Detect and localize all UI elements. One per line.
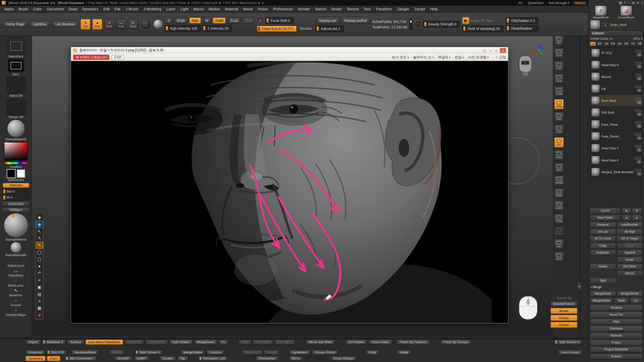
menu-item[interactable]: Marker <box>206 7 222 11</box>
subtool-slider[interactable] <box>635 147 641 148</box>
groups-button[interactable]: Groups <box>550 315 578 321</box>
simple-brush-item[interactable]: S SimpleBrush <box>590 5 612 19</box>
color-picker-cursor[interactable] <box>5 143 7 145</box>
dynamic-toggle[interactable]: Dynamic <box>298 26 314 31</box>
palette-icon[interactable]: ≡ <box>641 1 643 5</box>
quicksave-button[interactable]: QuickSave <box>527 1 545 5</box>
subtool-row[interactable]: Scan Skull <box>590 95 642 107</box>
subtool-row[interactable]: Merged_Skull-decimation2_5 <box>590 166 642 178</box>
bottom-shelf-button[interactable]: Geometry <box>25 356 46 361</box>
bottom-shelf-button[interactable]: BackfaceMask <box>72 350 99 355</box>
subtool-slider[interactable] <box>635 145 641 146</box>
tool-panel-button[interactable]: New Folder <box>590 215 621 221</box>
visibility-eye-icon[interactable] <box>637 113 641 115</box>
tool-panel-button[interactable]: Merge <box>590 284 643 290</box>
slider-thumb[interactable] <box>424 22 426 26</box>
points-vertical-slider[interactable] <box>409 18 412 30</box>
tool-panel-button[interactable]: Extract <box>590 353 643 359</box>
tool-panel-button[interactable]: Split <box>590 278 616 284</box>
slider-thumb[interactable] <box>266 18 268 22</box>
palette-icon[interactable]: ▦ <box>619 1 622 5</box>
bottom-shelf-button[interactable]: Polish By Features <box>396 339 430 345</box>
tool-panel-button[interactable]: Append <box>617 250 643 256</box>
deep-shadow-slider[interactable]: DeepShadow <box>506 25 539 31</box>
menu-item[interactable]: Material <box>223 7 241 11</box>
viewer-menu-item[interactable]: 편집 <box>455 55 464 60</box>
subtool-row[interactable]: Muscle <box>590 71 642 83</box>
visibility-eye-icon[interactable] <box>637 101 641 104</box>
annot-tool-icon[interactable]: ▦ <box>36 304 43 311</box>
menu-item[interactable]: Render <box>295 7 312 11</box>
replay-last-button[interactable]: ReplayLast <box>316 17 340 24</box>
bottom-shelf-button[interactable]: Auto Groups <box>558 350 582 355</box>
exif-button[interactable]: EXIF <box>112 55 124 60</box>
menu-item[interactable]: Layer <box>164 7 178 11</box>
tool-panel-button[interactable]: MergeDown <box>590 291 616 297</box>
menu-item[interactable]: J-Modeling <box>141 7 164 11</box>
right-shelf-button[interactable]: LineFill <box>554 201 564 211</box>
bottom-shelf-button[interactable]: Close Holes <box>369 339 392 345</box>
bottom-shelf-button[interactable]: Groups Polish <box>312 350 338 355</box>
menu-item[interactable]: File <box>112 7 123 11</box>
bottom-shelf-button[interactable]: Polish By Groups <box>440 339 471 345</box>
quick-brush-item[interactable]: ▭ SelectRect <box>6 269 26 277</box>
viewer-menu-item[interactable]: 사진 보관함 <box>468 55 489 60</box>
subtool-slider[interactable] <box>635 99 641 100</box>
field-of-view-slider[interactable]: Field of view(deg) 30 <box>462 25 504 32</box>
menu-item[interactable]: Zplugin <box>394 7 412 11</box>
alternate-button[interactable]: Alternate <box>2 183 29 188</box>
bottom-shelf-button[interactable]: Min Connected l <box>65 356 96 361</box>
bottom-shelf-button[interactable]: Unify <box>366 350 379 355</box>
subtool-row[interactable]: Face_Plane <box>590 119 642 130</box>
bottom-shelf-button[interactable]: Dist 0.02 <box>46 350 67 355</box>
bottom-shelf-button[interactable]: Del Hidden <box>345 339 367 345</box>
slider-thumb[interactable] <box>3 196 5 200</box>
right-shelf-button[interactable]: Persp <box>554 99 564 109</box>
bottom-shelf-button[interactable]: Auto Mask FiberMesh <box>85 339 123 345</box>
bottom-shelf-button[interactable]: Resolution 128 <box>198 356 228 361</box>
material-picker[interactable] <box>7 120 25 137</box>
move-button[interactable]: +Move <box>104 19 114 29</box>
annot-tool-icon[interactable]: ✎ <box>36 235 43 242</box>
bottom-shelf-button[interactable]: Split Hidden <box>169 339 192 345</box>
subtool-slider[interactable] <box>635 85 641 86</box>
focal-shift-slider[interactable]: Focal Shift 0 <box>265 17 294 24</box>
right-shelf-button[interactable]: Zoom3D <box>554 175 564 186</box>
subtool-slider[interactable] <box>635 109 641 110</box>
subtool-tab[interactable]: V7 <box>630 41 636 46</box>
z-intensity-slider[interactable]: Z Intensity 25 <box>202 25 232 31</box>
tool-panel-button[interactable]: All To Target <box>617 236 643 242</box>
bottom-shelf-button[interactable]: Uv <box>218 339 228 345</box>
accucurve-button[interactable]: AccuCurve <box>2 201 29 206</box>
main-color-swatch[interactable] <box>7 169 15 178</box>
bottom-shelf-button[interactable]: DelMT <box>134 356 149 361</box>
secondary-color-swatch[interactable] <box>17 169 25 178</box>
right-shelf-button[interactable]: Qvz <box>554 137 564 148</box>
scale-button[interactable]: ↔Scale <box>116 19 126 29</box>
menu-item[interactable]: J-Brush <box>123 7 141 11</box>
subtool-slider[interactable] <box>635 52 641 52</box>
subtool-tab[interactable]: V3 <box>603 41 610 46</box>
palette-icon[interactable]: ✎ <box>624 1 626 5</box>
subtool-tab[interactable]: V5 <box>617 41 623 46</box>
tool-panel-button[interactable]: Bevel Pro <box>590 311 643 318</box>
bottom-shelf-button[interactable]: SDiv <box>238 339 251 345</box>
menu-item[interactable]: Tool <box>361 7 373 11</box>
viewer-window-control[interactable]: × <box>500 48 506 53</box>
tool-panel-button[interactable]: Align <box>590 319 643 325</box>
subtool-row[interactable]: Face_Plane1 <box>590 130 642 142</box>
visibility-eye-icon[interactable] <box>637 160 641 163</box>
camera-icon[interactable]: ▶ <box>462 17 469 24</box>
tool-panel-button[interactable]: Remesh <box>590 332 643 338</box>
annot-tool-icon[interactable]: ■ <box>36 311 43 319</box>
bottom-shelf-button[interactable]: Surface <box>67 339 84 345</box>
bottom-shelf-button[interactable]: ZRemesher <box>255 356 278 361</box>
menu-item[interactable]: Movie <box>240 7 255 11</box>
tool-panel-button[interactable]: All Low <box>590 229 616 235</box>
subtool-slider[interactable] <box>635 111 641 112</box>
rf-slider[interactable]: Rf 0 <box>2 195 29 200</box>
menu-item[interactable]: Light <box>178 7 191 11</box>
tool-panel-button[interactable]: Paste <box>617 243 643 249</box>
gravity-strength-slider[interactable]: Gravity Strength 0 <box>423 21 460 27</box>
tool-panel-button[interactable]: Insert <box>617 256 643 262</box>
